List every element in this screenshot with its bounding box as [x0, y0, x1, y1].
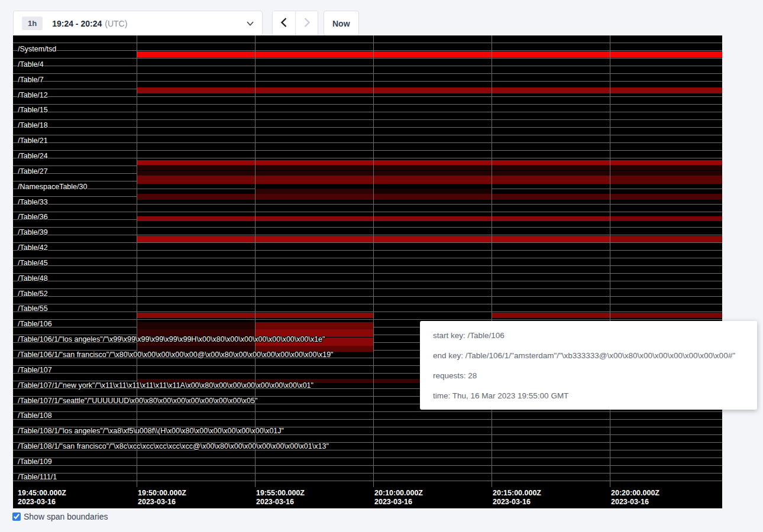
tooltip-end-key: end key: /Table/106/1/"amsterdam"/"\xb33…: [433, 346, 744, 366]
span-label: /Table/107: [18, 366, 52, 374]
span-boundary-gridline: [492, 35, 492, 487]
span-label: /Table/108/1/"san francisco"/"\x8c\xcc\x…: [18, 442, 329, 450]
now-button[interactable]: Now: [324, 11, 359, 36]
time-axis-time: 20:10:00.000Z: [374, 489, 423, 498]
time-axis-label: 20:20:00.000Z2023-03-16: [611, 487, 659, 508]
time-axis-date: 2023-03-16: [374, 498, 423, 507]
span-label: /Table/109: [18, 458, 52, 466]
show-span-boundaries-label[interactable]: Show span boundaries: [24, 512, 108, 521]
heatmap-band: [137, 160, 722, 165]
span-label: /Table/7: [18, 76, 44, 84]
chevron-right-icon: [304, 18, 310, 29]
key-visualizer-heatmap[interactable]: /System/tsd/Table/4/Table/7/Table/12/Tab…: [13, 35, 722, 508]
heatmap-band: [137, 194, 722, 200]
span-label: /Table/21: [18, 137, 48, 145]
span-label: /Table/106/1/"los angeles"/"\x99\x99\x99…: [18, 335, 325, 343]
time-axis-label: 19:55:00.000Z2023-03-16: [256, 487, 305, 508]
time-axis-label: 20:15:00.000Z2023-03-16: [493, 487, 541, 508]
time-axis-time: 20:15:00.000Z: [493, 489, 541, 498]
tooltip-time: time: Thu, 16 Mar 2023 19:55:00 GMT: [433, 386, 744, 406]
span-label: /Table/12: [18, 91, 48, 99]
heatmap-band: [610, 216, 722, 221]
span-label: /Table/48: [18, 274, 48, 283]
time-range-timezone: (UTC): [105, 19, 127, 28]
span-label: /Table/52: [18, 290, 48, 298]
time-axis-label: 20:10:00.000Z2023-03-16: [374, 487, 423, 508]
heatmap-rows-canvas: [13, 35, 722, 487]
span-label: /Table/42: [18, 244, 48, 252]
time-axis-time: 19:50:00.000Z: [138, 489, 186, 498]
span-label: /Table/108: [18, 411, 52, 420]
next-time-button[interactable]: [295, 11, 318, 35]
span-label: /Table/106: [18, 320, 52, 328]
heatmap-band: [255, 322, 373, 329]
time-range-selector[interactable]: 1h 19:24 - 20:24 (UTC): [13, 11, 263, 36]
span-label: /Table/106/1/"san francisco"/"\x80\x00\x…: [18, 351, 334, 359]
time-axis-time: 20:20:00.000Z: [611, 489, 659, 498]
span-label: /Table/27: [18, 167, 48, 176]
time-range-preset-badge: 1h: [22, 17, 43, 30]
chevron-left-icon: [281, 18, 287, 29]
span-label: /Table/107/1/"new york"/"\x11\x11\x11\x1…: [18, 381, 313, 390]
heatmap-band: [137, 165, 722, 170]
span-label: /System/tsd: [18, 45, 56, 53]
time-axis-date: 2023-03-16: [611, 498, 659, 507]
time-nav-group: [272, 11, 318, 36]
span-boundary-gridline: [373, 35, 374, 487]
toolbar: 1h 19:24 - 20:24 (UTC) Now: [0, 0, 763, 35]
span-label: /Table/45: [18, 259, 48, 267]
time-axis-date: 2023-03-16: [493, 498, 541, 507]
heatmap-band: [255, 189, 373, 194]
heatmap-band: [610, 236, 722, 242]
span-boundary-gridline: [137, 35, 137, 487]
span-label: /Table/55: [18, 304, 48, 313]
key-visualizer-page: 1h 19:24 - 20:24 (UTC) Now /System/tsd/T…: [0, 0, 763, 532]
time-axis-date: 2023-03-16: [138, 498, 186, 507]
span-label: /Table/15: [18, 106, 48, 114]
show-span-boundaries-checkbox[interactable]: [12, 512, 21, 521]
span-label: /Table/24: [18, 152, 48, 160]
span-label: /Table/4: [18, 60, 44, 69]
tooltip-start-key: start key: /Table/106: [433, 326, 744, 346]
span-label: /Table/108/1/"los angeles"/"\xa8\xf5\u00…: [18, 427, 284, 435]
span-label: /NamespaceTable/30: [18, 183, 87, 191]
heatmap-band: [137, 87, 722, 93]
footer: Show span boundaries: [12, 512, 108, 521]
time-axis-date: 2023-03-16: [256, 498, 305, 507]
time-axis-date: 2023-03-16: [18, 498, 66, 507]
chevron-down-icon: [247, 21, 254, 26]
span-boundary-gridline: [255, 35, 256, 487]
time-axis-time: 19:55:00.000Z: [256, 489, 305, 498]
heatmap-band: [137, 171, 722, 176]
heatmap-band: [137, 322, 255, 329]
span-boundary-gridline: [610, 35, 610, 487]
span-label: /Table/39: [18, 228, 48, 236]
span-label: /Table/36: [18, 213, 48, 221]
span-label: /Table/33: [18, 198, 48, 206]
time-axis-label: 19:50:00.000Z2023-03-16: [138, 487, 186, 508]
prev-time-button[interactable]: [273, 11, 295, 35]
heatmap-band: [137, 51, 722, 57]
span-label: /Table/111/1: [18, 473, 57, 481]
time-axis-time: 19:45:00.000Z: [18, 489, 66, 498]
tooltip-requests: requests: 28: [433, 366, 744, 386]
heatmap-band: [492, 313, 610, 318]
heatmap-band: [610, 176, 722, 184]
heatmap-band: [610, 313, 722, 318]
time-range-text: 19:24 - 20:24: [52, 19, 102, 28]
span-label: /Table/18: [18, 121, 48, 129]
span-label: /Table/107/1/"seattle"/"UUUUUUD\x00\x80\…: [18, 397, 257, 405]
heatmap-tooltip: start key: /Table/106 end key: /Table/10…: [420, 321, 757, 410]
heatmap-band: [373, 189, 492, 194]
time-axis-label: 19:45:00.000Z2023-03-16: [18, 487, 66, 508]
